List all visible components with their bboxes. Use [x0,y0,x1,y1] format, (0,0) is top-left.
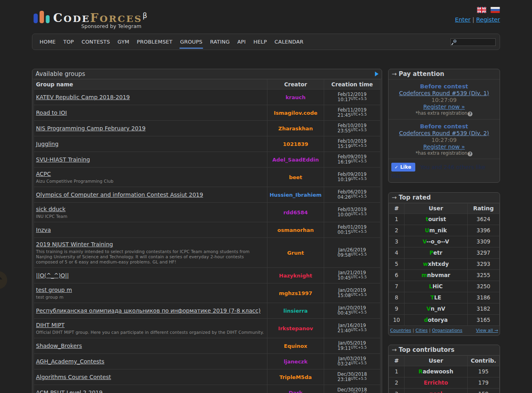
menu-item-calendar[interactable]: CALENDAR [275,34,303,50]
creator-link[interactable]: Hussien_Ibrahiem [269,192,321,198]
timezone-sup: UTC+5.5 [351,194,367,198]
group-link[interactable]: test group m [36,287,72,293]
sidebar-table-row: 1 tourist 3624 [389,214,500,225]
page: CODEFORCESβ Sponsored by Telegram Enter … [32,0,500,393]
group-link[interactable]: 2019 NJUST Winter Training [36,241,113,247]
help-icon[interactable]: ? [468,152,472,156]
creator-link[interactable]: Dark [289,390,303,393]
expand-arrow-icon[interactable] [375,72,379,76]
available-groups-box: Available groups Group name Creator Crea… [32,69,382,393]
group-link[interactable]: sick dduck [36,206,66,212]
menu-item-home[interactable]: HOME [40,34,56,50]
group-link[interactable]: Shadow_Brokers [36,343,82,349]
row-value: 3297 [468,247,500,259]
creator-link[interactable]: ljaneczk [284,359,308,365]
user-link[interactable]: V--o_o--V [422,238,449,245]
register-link[interactable]: Register [476,16,500,23]
menu-item-groups[interactable]: GROUPS [180,34,202,50]
timezone-sup: UTC+5.5 [351,293,367,297]
logo-code-rest: ODE [64,13,90,24]
row-rank: 8 [389,292,404,303]
menu-item-contests[interactable]: CONTESTS [82,34,110,50]
cities-link[interactable]: Cities [415,328,428,333]
creator-link[interactable]: Adel_SaadEddin [272,157,319,163]
top-rated-header-row: # User Rating [389,203,500,214]
top-rated-title: Top rated [399,194,431,201]
group-link[interactable]: SVU-HIAST Training [36,156,90,163]
register-now-link[interactable]: Register now » [423,104,465,110]
creator-link[interactable]: Grunt [287,250,304,256]
column-user: User [404,203,468,214]
register-now-link[interactable]: Register now » [423,144,465,150]
menu-item-help[interactable]: HELP [253,34,267,50]
user-link[interactable]: dotorya [424,317,448,323]
user-link[interactable]: Errichto [424,379,448,386]
logo-bars-icon [34,11,50,25]
scroll-to-top-button[interactable] [0,271,7,289]
user-link[interactable]: Petr [429,249,442,256]
ru-flag-icon[interactable] [488,7,500,14]
countries-link[interactable]: Countries [390,328,411,333]
enter-link[interactable]: Enter [455,16,470,23]
contest-link[interactable]: Codeforces Round #539 (Div. 2) [399,130,489,136]
search-input[interactable] [459,39,495,46]
creator-link[interactable]: Hazyknight [279,273,312,279]
user-link[interactable]: Vn_nV [426,305,445,312]
timezone-sup: UTC+5.5 [351,328,367,332]
creator-link[interactable]: mghzs1997 [279,290,313,296]
menu-item-rating[interactable]: RATING [210,34,230,50]
user-link[interactable]: TLE [430,294,441,301]
uk-flag-icon[interactable] [475,7,486,14]
user-link[interactable]: tourist [426,216,446,222]
sidebar-table-row: 2 Um_nik 3396 [389,225,500,236]
group-link[interactable]: Juggling [36,141,58,147]
group-link[interactable]: NIS Programming Camp February 2019 [36,125,145,132]
group-link[interactable]: ACPC [36,171,51,177]
group-link[interactable]: Algorithms Course Contest [36,374,111,380]
group-link[interactable]: KATEV Republic Camp 2018-2019 [36,94,130,100]
creation-clock: 03:24 [338,361,351,367]
creation-clock: 16:19 [338,159,351,165]
row-rank: 5 [389,259,404,270]
group-link[interactable]: ||O(^_^)O|| [36,272,69,279]
user-link[interactable]: LHiC [429,283,442,289]
group-link[interactable]: ACM PSUT Level 2 2019 [36,389,103,393]
creation-time: Feb/06/2019 04:26UTC+5.5 [324,187,381,203]
menu-item-top[interactable]: TOP [63,34,74,50]
creator-link[interactable]: TripleM5da [279,374,312,380]
creator-link[interactable]: rdd6584 [283,209,308,215]
creation-time: Feb/03/2019 10:00UTC+5.5 [324,203,381,222]
main-menu: HOMETOPCONTESTSGYMPROBLEMSETGROUPSRATING… [32,34,500,50]
group-link[interactable]: DIHT MIPT [36,322,65,328]
top-contributors-caption: →Top contributors [389,345,500,355]
user-link[interactable]: Um_nik [425,227,447,233]
creator-link[interactable]: beet [289,174,302,180]
user-link[interactable]: neal [429,391,442,393]
group-link[interactable]: Road to IOI [36,110,67,116]
user-link[interactable]: wxhtxdy [423,261,448,267]
menu-item-api[interactable]: API [237,34,246,50]
contest-link[interactable]: Codeforces Round #539 (Div. 1) [399,90,489,96]
user-link[interactable]: mnbvmar [422,272,450,278]
user-link[interactable]: Radewoosh [418,368,453,375]
menu-item-gym[interactable]: GYM [118,34,129,50]
creator-link[interactable]: Irkstepanov [278,325,313,331]
group-link[interactable]: AGH_Academy_Contests [36,358,104,365]
creator-link[interactable]: 1021839 [283,141,308,147]
group-link[interactable]: Inzva [36,227,51,233]
row-rank: 3 [389,389,404,393]
organizations-link[interactable]: Organizations [432,328,462,333]
creator-link[interactable]: Ismagilov.code [274,110,317,116]
creator-link[interactable]: Equinox [284,343,307,349]
help-icon[interactable]: ? [468,112,472,116]
creator-link[interactable]: Zharaskhan [278,126,313,132]
group-link[interactable]: Olympics of Computer and information Con… [36,192,203,198]
creator-link[interactable]: krauch [285,94,305,100]
group-subtitle: Aizu Competitive Programming Club [36,179,265,184]
like-button[interactable]: ✓Like [391,163,415,172]
creator-link[interactable]: linsierra [283,308,308,314]
creator-link[interactable]: osmanorhan [277,227,314,233]
view-all-link[interactable]: View all → [476,328,498,333]
menu-item-problemset[interactable]: PROBLEMSET [137,34,172,50]
group-link[interactable]: Республиканская олимпиада школьников по … [36,307,261,314]
